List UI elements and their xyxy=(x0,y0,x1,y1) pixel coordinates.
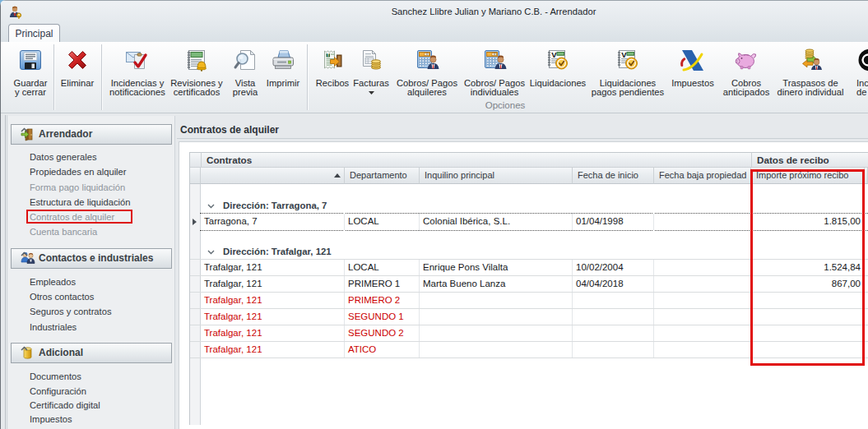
svg-text:0: 0 xyxy=(426,53,428,56)
svg-text:V: V xyxy=(621,50,627,59)
svg-text:V: V xyxy=(551,50,557,59)
svg-text:0: 0 xyxy=(494,53,495,56)
